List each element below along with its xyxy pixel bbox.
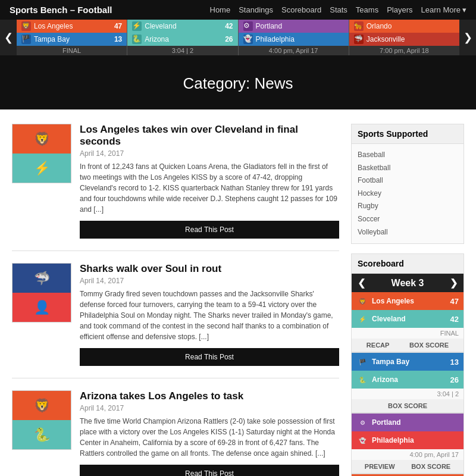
scores-ticker: ❮ 🦁 Los Angeles 47 🏴 Tampa Bay 13 FINAL bbox=[0, 20, 476, 55]
ticker-team-tb: 🏴 Tampa Bay 13 bbox=[17, 33, 127, 46]
top-nav: Sports Bench – Football Home Standings S… bbox=[0, 0, 476, 20]
ticker-prev[interactable]: ❮ bbox=[0, 20, 17, 55]
article-body-1: Los Angeles takes win over Cleveland in … bbox=[80, 124, 339, 239]
thumb-top-2: 🦈 bbox=[12, 264, 71, 293]
nav-players[interactable]: Players bbox=[387, 5, 412, 14]
article-body-2: Sharks walk over Soul in rout April 14, … bbox=[80, 263, 339, 366]
sb-az-score: 26 bbox=[450, 375, 459, 384]
nav-standings[interactable]: Standings bbox=[239, 5, 273, 14]
thumb-top-3: 🦁 bbox=[12, 391, 71, 420]
sb-team-la: 🦁 Los Angeles 47 bbox=[352, 292, 464, 310]
sport-soccer: Soccer bbox=[358, 213, 458, 226]
sb-phi-icon: 👻 bbox=[356, 434, 368, 446]
sb-boxscore-btn-3[interactable]: BOX SCORE bbox=[411, 463, 450, 470]
clev-icon: ⚡ bbox=[132, 21, 142, 31]
nav-stats[interactable]: Stats bbox=[330, 5, 347, 14]
sport-basketball: Basketball bbox=[358, 162, 458, 175]
ticker-next[interactable]: ❯ bbox=[459, 20, 476, 55]
read-more-btn-1[interactable]: Read This Post bbox=[80, 221, 339, 239]
sb-game2-actions: BOX SCORE bbox=[352, 399, 464, 413]
la-name: Los Angeles bbox=[34, 22, 111, 30]
jax-icon: 🦈 bbox=[354, 35, 364, 44]
sb-tb-icon: 🏴 bbox=[356, 356, 368, 368]
article-item: 🦁 ⚡ Los Angeles takes win over Cleveland… bbox=[12, 124, 339, 251]
sports-supported-content: Baseball Basketball Football Hockey Rugb… bbox=[352, 144, 464, 243]
sb-tb-name: Tampa Bay bbox=[372, 358, 447, 366]
game3-status: 4:00 pm, April 17 bbox=[239, 46, 349, 55]
tb-name: Tampa Bay bbox=[34, 35, 111, 43]
sb-game-1: 🦁 Los Angeles 47 ⚡ Cleveland 42 FINAL RE… bbox=[352, 292, 464, 353]
la-score: 47 bbox=[114, 22, 122, 30]
sports-supported-box: Sports Supported Baseball Basketball Foo… bbox=[351, 124, 464, 244]
article-item: 🦈 👤 Sharks walk over Soul in rout April … bbox=[12, 263, 339, 378]
nav-scoreboard[interactable]: Scoreboard bbox=[281, 5, 321, 14]
az-icon: 🐍 bbox=[132, 35, 142, 44]
article-title-3: Arizona takes Los Angeles to task bbox=[80, 390, 339, 402]
thumb-bottom-1: ⚡ bbox=[12, 154, 71, 183]
week-next-btn[interactable]: ❯ bbox=[450, 277, 458, 289]
az-name: Arizona bbox=[145, 35, 222, 43]
week-nav: ❮ Week 3 ❯ bbox=[352, 274, 464, 292]
por-icon: ⚙ bbox=[243, 21, 253, 31]
sb-team-clev: ⚡ Cleveland 42 bbox=[352, 310, 464, 328]
sb-game1-status: FINAL bbox=[352, 328, 464, 339]
sb-clev-score: 42 bbox=[450, 315, 459, 324]
orl-icon: 🐆 bbox=[354, 21, 364, 31]
main-layout: 🦁 ⚡ Los Angeles takes win over Cleveland… bbox=[0, 109, 476, 476]
article-body-3: Arizona takes Los Angeles to task April … bbox=[80, 390, 339, 476]
sport-baseball: Baseball bbox=[358, 149, 458, 162]
sb-az-name: Arizona bbox=[372, 375, 447, 384]
sb-la-name: Los Angeles bbox=[372, 297, 447, 305]
sb-recap-btn[interactable]: RECAP bbox=[367, 342, 390, 349]
sb-preview-btn[interactable]: PREVIEW bbox=[365, 463, 395, 470]
article-excerpt-3: The five time World Champion Arizona Rat… bbox=[80, 416, 339, 459]
sports-supported-title: Sports Supported bbox=[352, 124, 464, 144]
sb-clev-icon: ⚡ bbox=[356, 313, 368, 325]
ticker-team-clev: ⚡ Cleveland 42 bbox=[127, 20, 237, 33]
por-name: Portland bbox=[256, 22, 341, 30]
article-item: 🦁 🐍 Arizona takes Los Angeles to task Ap… bbox=[12, 390, 339, 476]
thumb-bottom-3: 🐍 bbox=[12, 420, 71, 449]
read-more-btn-2[interactable]: Read This Post bbox=[80, 348, 339, 366]
thumb-bottom-2: 👤 bbox=[12, 293, 71, 322]
article-date-3: April 14, 2017 bbox=[80, 404, 339, 412]
nav-home[interactable]: Home bbox=[210, 5, 231, 14]
la-icon: 🦁 bbox=[21, 21, 31, 31]
sb-game2-status: 3:04 | 2 bbox=[352, 389, 464, 399]
sb-game-2: 🏴 Tampa Bay 13 🐍 Arizona 26 3:04 | 2 BOX… bbox=[352, 353, 464, 414]
articles-column: 🦁 ⚡ Los Angeles takes win over Cleveland… bbox=[12, 124, 339, 476]
read-more-btn-3[interactable]: Read This Post bbox=[80, 465, 339, 476]
tb-icon: 🏴 bbox=[21, 35, 31, 44]
nav-teams[interactable]: Teams bbox=[356, 5, 378, 14]
week-prev-btn[interactable]: ❮ bbox=[358, 277, 365, 289]
sb-game3-actions: PREVIEW BOX SCORE bbox=[352, 460, 464, 474]
orl-name: Orlando bbox=[367, 22, 452, 30]
thumb-top-1: 🦁 bbox=[12, 124, 71, 154]
article-excerpt-2: Tommy Grady fired seven touchdown passes… bbox=[80, 289, 339, 342]
game2-status: 3:04 | 2 bbox=[127, 46, 237, 55]
article-date-1: April 14, 2017 bbox=[80, 149, 339, 158]
phi-icon: 👻 bbox=[243, 35, 253, 44]
sb-boxscore-btn-1[interactable]: BOX SCORE bbox=[409, 342, 449, 349]
sb-team-tb: 🏴 Tampa Bay 13 bbox=[352, 353, 464, 371]
sb-tb-score: 13 bbox=[450, 358, 459, 367]
article-thumb-2: 🦈 👤 bbox=[12, 263, 71, 322]
sport-rugby: Rugby bbox=[358, 200, 458, 213]
sb-az-icon: 🐍 bbox=[356, 374, 368, 386]
ticker-game-4: 🐆 Orlando 🦈 Jacksonville 7:00 pm, April … bbox=[349, 20, 459, 55]
sb-la-icon: 🦁 bbox=[356, 295, 368, 307]
sb-boxscore-btn-2[interactable]: BOX SCORE bbox=[388, 402, 427, 409]
article-title-2: Sharks walk over Soul in rout bbox=[80, 263, 339, 275]
sb-team-phi: 👻 Philadelphia bbox=[352, 431, 464, 449]
sport-hockey: Hockey bbox=[358, 187, 458, 201]
ticker-team-la: 🦁 Los Angeles 47 bbox=[17, 20, 127, 33]
sidebar: Sports Supported Baseball Basketball Foo… bbox=[351, 124, 464, 476]
ticker-team-phi: 👻 Philadelphia bbox=[239, 33, 349, 46]
ticker-game-1: 🦁 Los Angeles 47 🏴 Tampa Bay 13 FINAL bbox=[17, 20, 127, 55]
nav-learn-more[interactable]: Learn More ▾ bbox=[421, 5, 466, 14]
main-nav: Home Standings Scoreboard Stats Teams Pl… bbox=[210, 5, 467, 14]
ticker-team-jax: 🦈 Jacksonville bbox=[349, 33, 459, 46]
sports-list: Baseball Basketball Football Hockey Rugb… bbox=[358, 149, 458, 239]
ticker-team-por: ⚙ Portland bbox=[239, 20, 349, 33]
sb-game1-actions: RECAP BOX SCORE bbox=[352, 339, 464, 352]
